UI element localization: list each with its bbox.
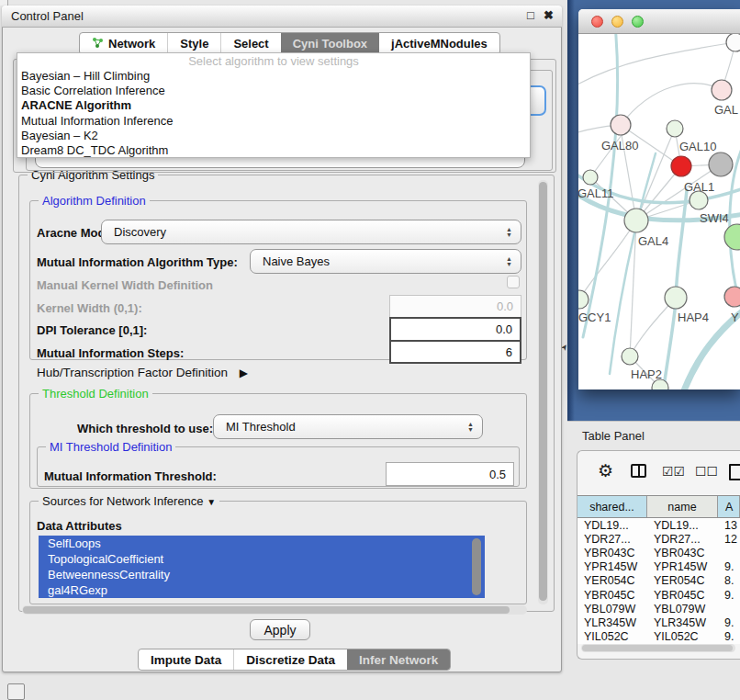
table-row[interactable]: YBR043CYBR043C bbox=[577, 546, 740, 559]
table-cell: YPR145W bbox=[647, 560, 718, 574]
table-row[interactable]: YPR145WYPR145W9. bbox=[577, 560, 740, 574]
tab-label: Network bbox=[108, 37, 155, 51]
table-hscrollbar[interactable] bbox=[581, 644, 735, 652]
node-unlabeled[interactable] bbox=[724, 224, 740, 250]
network-icon bbox=[92, 37, 104, 51]
algorithm-option[interactable]: Basic Correlation Inference bbox=[17, 84, 530, 98]
hub-definition-expander[interactable]: Hub/Transcription Factor Definition ▶ bbox=[37, 366, 248, 379]
tab-jactivemnodules[interactable]: jActiveMNodules bbox=[379, 33, 499, 54]
settings-hscrollbar[interactable] bbox=[22, 605, 527, 615]
tab-select[interactable]: Select bbox=[220, 33, 280, 54]
node-GAL80[interactable] bbox=[611, 115, 631, 135]
dpi-tolerance-field[interactable]: 0.0 bbox=[389, 317, 521, 342]
node-label: GAL10 bbox=[679, 140, 716, 153]
settings-vscrollbar[interactable] bbox=[538, 180, 548, 604]
algorithm-option-selected[interactable]: ARACNE Algorithm bbox=[17, 98, 530, 113]
tab-infer-network[interactable]: Infer Network bbox=[347, 649, 450, 670]
node-HAP2[interactable] bbox=[622, 348, 638, 365]
table-cell: YIL052C bbox=[647, 630, 718, 644]
table-row[interactable]: YLR345WYLR345W9. bbox=[577, 615, 740, 629]
deselect-all-checks-icon[interactable]: ☐☐ bbox=[695, 464, 718, 479]
mi-steps-field[interactable]: 6 bbox=[389, 340, 521, 364]
node-label: GAL11 bbox=[578, 186, 614, 200]
table-cell: 9. bbox=[718, 630, 740, 644]
table-cell: YLR345W bbox=[577, 615, 647, 629]
node-Y[interactable] bbox=[724, 287, 740, 307]
attribute-item-selected[interactable]: TopologicalCoefficient bbox=[39, 551, 485, 567]
algorithm-option[interactable]: Dream8 DC_TDC Algorithm bbox=[17, 143, 530, 158]
float-window-icon[interactable]: □ bbox=[527, 8, 534, 22]
node-GAL[interactable] bbox=[712, 80, 732, 100]
table-cell: YBR045C bbox=[577, 588, 647, 602]
algorithm-option[interactable]: Mutual Information Inference bbox=[17, 114, 530, 129]
collapse-arrow-icon[interactable]: ▼ bbox=[207, 497, 216, 507]
node-GAL1[interactable] bbox=[671, 156, 691, 176]
minimize-traffic-light-icon[interactable] bbox=[611, 16, 623, 28]
aracne-mode-combobox[interactable]: Discovery ▲▼ bbox=[101, 220, 521, 244]
node-unlabeled[interactable] bbox=[709, 152, 733, 176]
table-cell: YDL19... bbox=[647, 518, 718, 532]
document-icon[interactable] bbox=[729, 464, 740, 480]
node-SWI4[interactable] bbox=[690, 191, 708, 209]
table-panel-title: Table Panel bbox=[582, 429, 645, 443]
column-header-shared-name[interactable]: shared... bbox=[577, 496, 647, 517]
attribute-item-selected[interactable]: SelfLoops bbox=[39, 536, 485, 551]
zoom-traffic-light-icon[interactable] bbox=[632, 16, 644, 28]
tab-cyni-toolbox[interactable]: Cyni Toolbox bbox=[281, 33, 379, 54]
table-row[interactable]: YBR045CYBR045C9. bbox=[577, 588, 740, 602]
which-threshold-combobox[interactable]: MI Threshold ▲▼ bbox=[213, 414, 483, 439]
close-window-icon[interactable]: ✖ bbox=[544, 8, 554, 22]
table-row[interactable]: YDR27...YDR27...12 bbox=[577, 532, 740, 546]
tab-network[interactable]: Network bbox=[80, 33, 167, 54]
gear-icon[interactable]: ⚙ bbox=[598, 460, 613, 481]
column-header-name[interactable]: name bbox=[647, 496, 718, 517]
node-unlabeled[interactable] bbox=[726, 34, 740, 51]
column-header-clipped[interactable]: A bbox=[718, 496, 740, 517]
algorithm-option[interactable]: Bayesian – Hill Climbing bbox=[17, 69, 530, 84]
tab-label: Discretize Data bbox=[246, 653, 335, 667]
algorithm-option[interactable]: Bayesian – K2 bbox=[17, 129, 530, 143]
table-cell: YLR345W bbox=[647, 615, 718, 629]
close-traffic-light-icon[interactable] bbox=[591, 16, 603, 28]
table-cell: YPR145W bbox=[577, 560, 647, 574]
table-row[interactable]: YER054CYER054C8. bbox=[577, 574, 740, 588]
table-row[interactable]: YBL079WYBL079W bbox=[577, 602, 740, 615]
node-GAL11[interactable] bbox=[583, 170, 598, 185]
tab-impute-data[interactable]: Impute Data bbox=[139, 649, 233, 670]
list-vscrollbar[interactable] bbox=[472, 538, 481, 595]
mi-threshold-field[interactable]: 0.5 bbox=[386, 462, 514, 486]
control-panel-titlebar[interactable] bbox=[2, 6, 562, 28]
table-row[interactable]: YDL19...YDL19...13 bbox=[577, 518, 740, 532]
network-window-titlebar[interactable] bbox=[578, 9, 740, 34]
network-view-window[interactable]: GALGAL80GAL10GAL1SWI4GAL11GAL4GCY1HAP4YH… bbox=[578, 9, 740, 390]
apply-button[interactable]: Apply bbox=[250, 619, 310, 640]
collapsed-panel-button[interactable] bbox=[7, 683, 25, 700]
attribute-item-selected[interactable]: gal4RGexp bbox=[39, 582, 485, 598]
tab-style[interactable]: Style bbox=[167, 33, 220, 54]
attribute-item-selected[interactable]: BetweennessCentrality bbox=[39, 567, 485, 582]
sources-legend-text: Sources for Network Inference bbox=[42, 494, 204, 508]
sources-legend: Sources for Network Inference ▼ bbox=[39, 494, 219, 508]
node-label: GCY1 bbox=[578, 310, 611, 324]
tab-label: Infer Network bbox=[359, 653, 438, 667]
node-GCY1[interactable] bbox=[578, 290, 589, 309]
node-HAP4[interactable] bbox=[665, 287, 687, 309]
select-all-checks-icon[interactable]: ☑☑ bbox=[662, 464, 685, 479]
tab-discretize-data[interactable]: Discretize Data bbox=[233, 649, 347, 670]
data-attributes-list[interactable]: SelfLoops TopologicalCoefficient Between… bbox=[39, 536, 485, 601]
expander-arrow-icon[interactable]: ▶ bbox=[240, 367, 248, 379]
mi-type-combobox[interactable]: Naive Bayes ▲▼ bbox=[250, 249, 521, 274]
mi-type-label: Mutual Information Algorithm Type: bbox=[37, 255, 238, 269]
split-view-icon[interactable] bbox=[631, 464, 646, 478]
table-panel-header: Table Panel bbox=[567, 421, 740, 450]
node-GAL10[interactable] bbox=[667, 120, 683, 137]
table-cell: YBR045C bbox=[647, 588, 718, 602]
control-panel-title: Control Panel bbox=[11, 9, 84, 23]
node-GAL4[interactable] bbox=[624, 209, 648, 232]
network-canvas[interactable]: GALGAL80GAL10GAL1SWI4GAL11GAL4GCY1HAP4YH… bbox=[578, 34, 740, 390]
table-row[interactable]: YIL052CYIL052C9. bbox=[577, 630, 740, 644]
which-threshold-label: Which threshold to use: bbox=[77, 422, 213, 435]
kernel-width-field[interactable]: 0.0 bbox=[389, 295, 521, 318]
which-threshold-value: MI Threshold bbox=[226, 420, 296, 434]
manual-kernel-checkbox[interactable] bbox=[507, 276, 520, 288]
